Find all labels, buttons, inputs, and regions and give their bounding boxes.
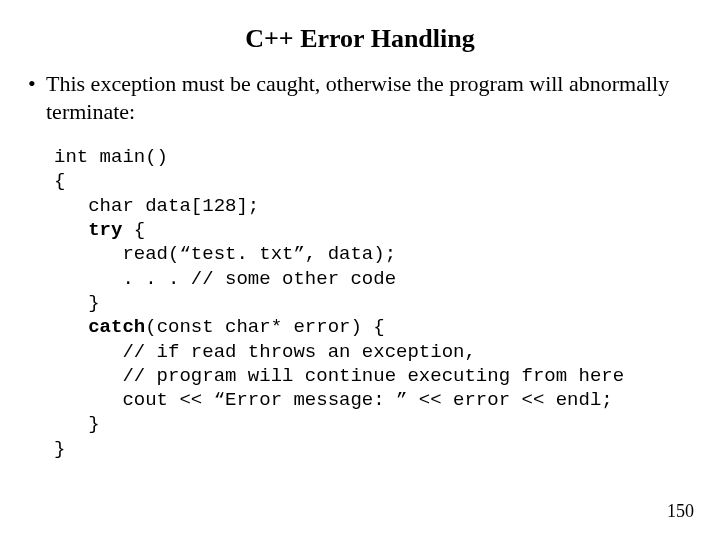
code-block: int main() { char data[128]; try { read(… — [54, 145, 692, 461]
code-line — [54, 316, 88, 338]
bullet-dot-icon: • — [28, 70, 46, 98]
code-line: . . . // some other code — [54, 268, 396, 290]
code-line — [54, 219, 88, 241]
code-line: char data[128]; — [54, 195, 259, 217]
code-line: // if read throws an exception, — [54, 341, 476, 363]
code-line: } — [54, 413, 100, 435]
code-line: { — [54, 170, 65, 192]
slide-title: C++ Error Handling — [28, 24, 692, 54]
code-line: cout << “Error message: ” << error << en… — [54, 389, 613, 411]
bullet-text: This exception must be caught, otherwise… — [46, 70, 692, 125]
code-keyword-catch: catch — [88, 316, 145, 338]
bullet-item: • This exception must be caught, otherwi… — [28, 70, 692, 125]
code-keyword-try: try — [88, 219, 122, 241]
code-line: } — [54, 438, 65, 460]
slide: C++ Error Handling • This exception must… — [0, 0, 720, 540]
page-number: 150 — [667, 501, 694, 522]
code-line: } — [54, 292, 100, 314]
code-line: // program will continue executing from … — [54, 365, 624, 387]
code-line: (const char* error) { — [145, 316, 384, 338]
code-line: { — [122, 219, 145, 241]
code-line: int main() — [54, 146, 168, 168]
code-line: read(“test. txt”, data); — [54, 243, 396, 265]
